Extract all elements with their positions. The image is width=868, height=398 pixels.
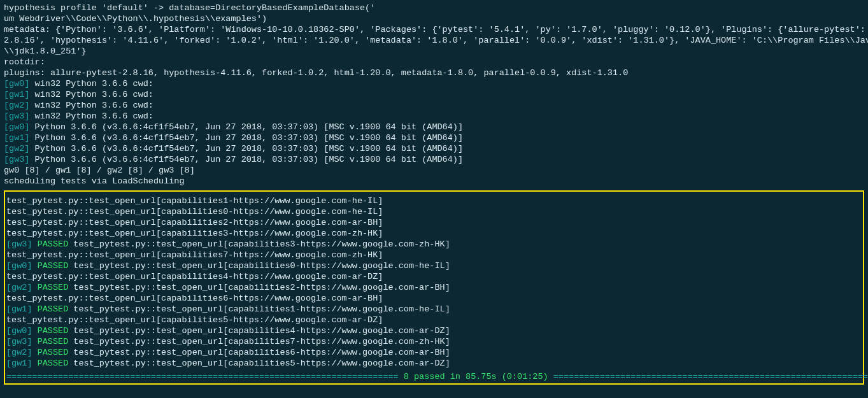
worker-id: [gw0]	[4, 122, 30, 132]
worker-python-block: [gw0] Python 3.6.6 (v3.6.6:4cf1f54eb7, J…	[4, 122, 864, 165]
worker-id: [gw1]	[4, 133, 30, 143]
worker-python-text: Python 3.6.6 (v3.6.6:4cf1f54eb7, Jun 27 …	[30, 155, 464, 164]
worker-cwd-block: [gw0] win32 Python 3.6.6 cwd:[gw1] win32…	[4, 78, 864, 122]
test-lines: test_pytest.py::test_open_url[capabiliti…	[6, 195, 862, 369]
worker-cwd-text: win32 Python 3.6.6 cwd:	[30, 101, 153, 110]
summary-eq-left: ========================================…	[6, 372, 404, 381]
worker-id: [gw0]	[4, 79, 30, 89]
test-pass-line: [gw3] PASSED test_pytest.py::test_open_u…	[6, 239, 862, 250]
worker-cwd-line: [gw3] win32 Python 3.6.6 cwd:	[4, 111, 864, 122]
test-path: test_pytest.py::test_open_url[capabiliti…	[68, 348, 450, 357]
test-pass-line: [gw0] PASSED test_pytest.py::test_open_u…	[6, 260, 862, 271]
metadata-line-3: \\jdk1.8.0_251'}	[4, 46, 864, 57]
status-passed: PASSED	[38, 283, 69, 292]
worker-id: [gw1]	[4, 90, 30, 99]
metadata-line-2: 2.8.16', 'hypothesis': '4.11.6', 'forked…	[4, 35, 864, 46]
test-results-box: test_pytest.py::test_open_url[capabiliti…	[4, 190, 864, 385]
metadata-line-1: metadata: {'Python': '3.6.6', 'Platform'…	[4, 24, 864, 35]
test-collect-line: test_pytest.py::test_open_url[capabiliti…	[6, 315, 862, 325]
test-path: test_pytest.py::test_open_url[capabiliti…	[68, 239, 450, 249]
worker-id: [gw2]	[4, 101, 30, 110]
test-pass-line: [gw1] PASSED test_pytest.py::test_open_u…	[6, 304, 862, 315]
test-collect-line: test_pytest.py::test_open_url[capabiliti…	[6, 250, 862, 260]
test-path: test_pytest.py::test_open_url[capabiliti…	[68, 283, 450, 292]
summary-line: ========================================…	[6, 371, 862, 382]
test-collect-line: test_pytest.py::test_open_url[capabiliti…	[6, 228, 862, 239]
test-collect-line: test_pytest.py::test_open_url[capabiliti…	[6, 271, 862, 282]
status-passed: PASSED	[38, 359, 69, 368]
test-path: test_pytest.py::test_open_url[capabiliti…	[68, 326, 450, 336]
worker-python-line: [gw1] Python 3.6.6 (v3.6.6:4cf1f54eb7, J…	[4, 132, 864, 143]
worker-id: [gw0]	[6, 261, 32, 271]
status-passed: PASSED	[38, 304, 69, 314]
worker-id: [gw3]	[4, 111, 30, 121]
worker-id: [gw0]	[6, 326, 32, 336]
worker-cwd-text: win32 Python 3.6.6 cwd:	[30, 90, 153, 99]
test-collect-line: test_pytest.py::test_open_url[capabiliti…	[6, 195, 862, 206]
worker-id: [gw3]	[6, 239, 32, 249]
test-pass-line: [gw0] PASSED test_pytest.py::test_open_u…	[6, 325, 862, 336]
scheduling-line: scheduling tests via LoadScheduling	[4, 176, 864, 187]
test-pass-line: [gw2] PASSED test_pytest.py::test_open_u…	[6, 282, 862, 293]
worker-cwd-text: win32 Python 3.6.6 cwd:	[30, 79, 153, 89]
test-pass-line: [gw1] PASSED test_pytest.py::test_open_u…	[6, 358, 862, 369]
summary-eq-right: ========================================…	[548, 372, 868, 381]
worker-python-line: [gw0] Python 3.6.6 (v3.6.6:4cf1f54eb7, J…	[4, 122, 864, 132]
worker-id: [gw1]	[6, 359, 32, 368]
test-path: test_pytest.py::test_open_url[capabiliti…	[68, 304, 450, 314]
status-passed: PASSED	[38, 326, 69, 336]
status-passed: PASSED	[38, 337, 69, 346]
rootdir-line: rootdir:	[4, 57, 864, 68]
summary-text: 8 passed in 85.75s (0:01:25)	[404, 372, 548, 381]
test-path: test_pytest.py::test_open_url[capabiliti…	[68, 337, 450, 346]
plugins-line: plugins: allure-pytest-2.8.16, hypothesi…	[4, 68, 864, 78]
worker-id: [gw3]	[6, 337, 32, 346]
worker-id: [gw3]	[4, 155, 30, 164]
worker-cwd-line: [gw0] win32 Python 3.6.6 cwd:	[4, 78, 864, 89]
worker-python-line: [gw3] Python 3.6.6 (v3.6.6:4cf1f54eb7, J…	[4, 154, 864, 165]
test-collect-line: test_pytest.py::test_open_url[capabiliti…	[6, 217, 862, 228]
worker-python-text: Python 3.6.6 (v3.6.6:4cf1f54eb7, Jun 27 …	[30, 144, 464, 153]
test-path: test_pytest.py::test_open_url[capabiliti…	[68, 359, 450, 368]
test-pass-line: [gw2] PASSED test_pytest.py::test_open_u…	[6, 347, 862, 358]
worker-cwd-text: win32 Python 3.6.6 cwd:	[30, 111, 153, 121]
test-path: test_pytest.py::test_open_url[capabiliti…	[68, 261, 450, 271]
worker-counts: gw0 [8] / gw1 [8] / gw2 [8] / gw3 [8]	[4, 165, 864, 176]
status-passed: PASSED	[38, 348, 69, 357]
worker-id: [gw2]	[4, 144, 30, 153]
terminal-output: hypothesis profile 'default' -> database…	[4, 3, 864, 385]
worker-python-line: [gw2] Python 3.6.6 (v3.6.6:4cf1f54eb7, J…	[4, 143, 864, 154]
hypothesis-profile-line: hypothesis profile 'default' -> database…	[4, 3, 864, 13]
worker-python-text: Python 3.6.6 (v3.6.6:4cf1f54eb7, Jun 27 …	[30, 133, 464, 143]
worker-id: [gw2]	[6, 348, 32, 357]
worker-id: [gw2]	[6, 283, 32, 292]
worker-id: [gw1]	[6, 304, 32, 314]
test-collect-line: test_pytest.py::test_open_url[capabiliti…	[6, 206, 862, 217]
hypothesis-path-line: um Webdriver\\Code\\Python\\.hypothesis\…	[4, 13, 864, 24]
worker-cwd-line: [gw1] win32 Python 3.6.6 cwd:	[4, 89, 864, 100]
status-passed: PASSED	[38, 239, 69, 249]
test-collect-line: test_pytest.py::test_open_url[capabiliti…	[6, 293, 862, 304]
status-passed: PASSED	[38, 261, 69, 271]
test-pass-line: [gw3] PASSED test_pytest.py::test_open_u…	[6, 336, 862, 347]
worker-cwd-line: [gw2] win32 Python 3.6.6 cwd:	[4, 100, 864, 111]
worker-python-text: Python 3.6.6 (v3.6.6:4cf1f54eb7, Jun 27 …	[30, 122, 464, 132]
